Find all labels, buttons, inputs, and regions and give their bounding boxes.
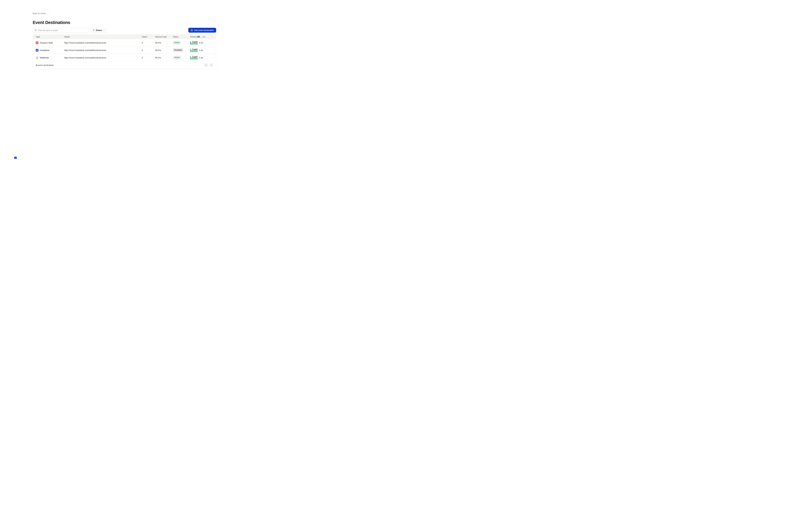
spark-bar-failed-segment: [194, 49, 195, 50]
row-count-label: event destination: [37, 64, 54, 66]
column-header-type: Type: [36, 36, 64, 38]
spark-bar: [196, 56, 196, 59]
row-count-number: 3: [36, 64, 37, 66]
events-cell: 3.3k: [190, 48, 213, 52]
chat-widget[interactable]: [14, 157, 17, 159]
type-cell: Hookdeck: [36, 49, 64, 52]
success-rate-cell: 99.5%: [155, 49, 173, 52]
spark-bar: [194, 41, 195, 44]
status-filter-label: Status: [96, 29, 102, 32]
spark-bar-success-segment: [192, 48, 193, 52]
topics-cell: 4: [141, 42, 155, 44]
spark-bar-success-segment: [190, 49, 191, 52]
search-box[interactable]: [33, 28, 89, 33]
spark-bar-success-segment: [193, 41, 194, 44]
spark-bar-success-segment: [194, 58, 195, 59]
spark-bar: [190, 56, 191, 59]
filter-icon: [93, 30, 95, 31]
table-footer: 3 event destination: [33, 61, 216, 69]
spark-bar-success-segment: [191, 57, 192, 59]
spark-bar: [197, 41, 197, 44]
event-destinations-table: Type Target Topics Success rate Status E…: [33, 35, 216, 69]
spark-bar: [196, 49, 196, 52]
status-cell: Active: [173, 56, 190, 59]
table-row[interactable]: Amazon SQS http://mock.hookdeck.com/webh…: [33, 39, 216, 46]
column-header-topics: Topics: [141, 36, 155, 38]
spark-bar: [196, 41, 196, 44]
spark-bar: [191, 50, 192, 52]
spark-bar-success-segment: [191, 42, 192, 44]
next-page-button[interactable]: [209, 63, 213, 67]
topics-cell: 4: [141, 49, 155, 52]
target-cell: http://mock.hookdeck.com/webhooks/events: [64, 42, 141, 44]
spark-bar-success-segment: [191, 50, 192, 52]
column-header-target: Target: [64, 36, 141, 38]
plus-circle-icon: [191, 29, 193, 32]
spark-bar-success-segment: [193, 56, 194, 59]
hookdeck-icon: [36, 49, 38, 52]
spark-bar: [193, 56, 194, 59]
events-24h-toggle[interactable]: 24h: [197, 36, 200, 38]
events-count: 3.3k: [199, 42, 203, 44]
success-rate-cell: 99.5%: [155, 57, 173, 59]
spark-bar: [190, 49, 191, 52]
spark-bar-failed-segment: [196, 56, 196, 57]
spark-bar: [197, 56, 197, 59]
spark-bar: [192, 56, 193, 59]
topics-cell: 4: [141, 57, 155, 59]
search-icon: [35, 29, 37, 31]
events-period-dot: ·: [201, 36, 201, 38]
events-sparkline: [190, 41, 197, 44]
spark-bar-success-segment: [197, 49, 197, 52]
spark-bar: [192, 41, 193, 44]
table-row[interactable]: Hookdeck http://mock.hookdeck.com/webhoo…: [33, 46, 216, 54]
add-event-destination-label: Add event destination: [194, 29, 214, 32]
events-label: Events: [190, 36, 196, 38]
spark-bar-success-segment: [190, 41, 191, 44]
add-event-destination-button[interactable]: Add event destination: [188, 28, 216, 33]
chevron-down-icon: [103, 30, 105, 31]
spark-bar-success-segment: [192, 41, 193, 44]
table-header-row: Type Target Topics Success rate Status E…: [33, 35, 216, 39]
arrow-right-icon: →: [47, 12, 49, 15]
search-input[interactable]: [38, 29, 87, 32]
spark-bar-failed-segment: [196, 49, 196, 50]
back-link[interactable]: Back to Acme →: [33, 12, 49, 15]
events-cell: 3.3k: [190, 56, 213, 59]
back-link-label: Back to Acme: [33, 12, 46, 15]
spark-bar-failed-segment: [194, 41, 195, 43]
spark-bar: [193, 41, 194, 44]
column-header-events[interactable]: Events 24h · 14d: [190, 36, 213, 38]
destination-type-label: Webhook: [40, 57, 49, 59]
success-rate-cell: 99.5%: [155, 42, 173, 44]
destination-type-label: Hookdeck: [40, 49, 50, 52]
column-header-success-rate: Success rate: [155, 36, 173, 38]
spark-bar: [194, 49, 195, 52]
target-cell: http://mock.hookdeck.com/webhooks/events: [64, 49, 141, 52]
table-row[interactable]: Webhook http://mock.hookdeck.com/webhook…: [33, 54, 216, 61]
events-sparkline: [190, 56, 197, 59]
type-cell: Webhook: [36, 56, 64, 59]
spark-bar-success-segment: [196, 42, 196, 44]
events-count: 3.3k: [199, 49, 203, 52]
chevron-left-icon: [206, 64, 207, 66]
spark-bar-success-segment: [196, 57, 196, 59]
page-container: Back to Acme → Event Destinations Status…: [0, 0, 216, 69]
spark-bar: [194, 56, 195, 59]
events-14d-toggle[interactable]: 14d: [202, 36, 205, 38]
status-badge: Disabled: [173, 48, 184, 52]
spark-bar-success-segment: [196, 50, 196, 52]
events-count: 3.3k: [199, 57, 203, 59]
previous-page-button[interactable]: [204, 63, 208, 67]
spark-bar: [190, 41, 191, 44]
spark-bar: [191, 42, 192, 44]
type-cell: Amazon SQS: [36, 41, 64, 44]
status-badge: Active: [173, 41, 181, 44]
toolbar: Status Add event destination: [33, 28, 216, 33]
status-cell: Active: [173, 41, 190, 44]
destination-type-label: Amazon SQS: [40, 42, 53, 44]
amazon-sqs-icon: [36, 41, 38, 44]
spark-bar-failed-segment: [196, 41, 196, 42]
row-count: 3 event destination: [36, 64, 54, 66]
status-filter-button[interactable]: Status: [91, 28, 107, 33]
